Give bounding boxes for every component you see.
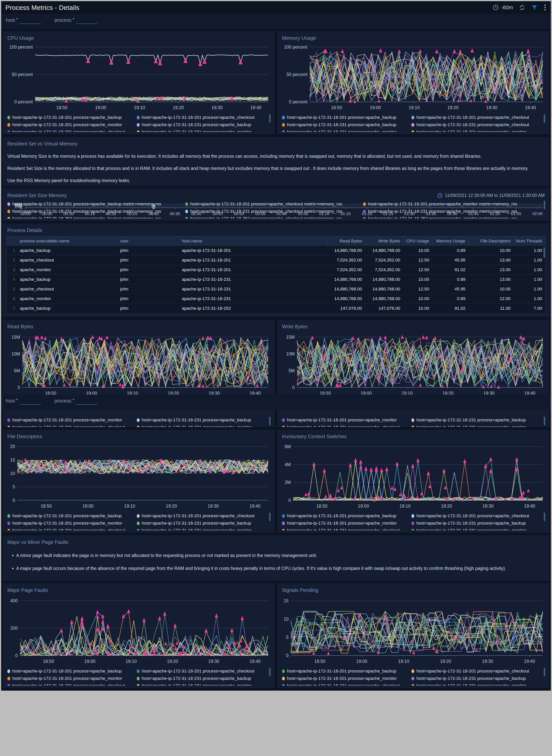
process-filter-input[interactable] (76, 398, 97, 405)
legend-scrollbar[interactable] (269, 512, 271, 521)
legend-item[interactable]: host=apache-ip-172-31-18-201 process=apa… (7, 512, 137, 519)
legend-scrollbar[interactable] (544, 512, 545, 521)
host-filter-input[interactable] (19, 17, 41, 24)
legend-item[interactable]: host=apache-ip-172-31-18-231 process=apa… (411, 121, 541, 128)
legend-item[interactable]: host=apache-ip-172-31-18-231 process=apa… (411, 675, 541, 682)
legend-scrollbar[interactable] (544, 417, 545, 425)
legend-item[interactable]: host=apache-ip-172-31-18-231 process=apa… (7, 128, 137, 132)
filter-icon[interactable] (531, 4, 538, 11)
legend-item[interactable]: host=apache-ip-172-31-18-201 process=apa… (137, 512, 266, 519)
table-row[interactable]: 4apache_backupjohnapache-ip-172-31-18-23… (6, 275, 546, 285)
column-header[interactable]: File Descriptors (469, 236, 514, 246)
legend-scrollbar[interactable] (269, 114, 271, 123)
process-filter-input[interactable] (76, 17, 97, 24)
legend-item[interactable]: host=apache-ip-172-31-18-231 process=apa… (7, 424, 137, 427)
legend-scrollbar[interactable] (269, 668, 271, 676)
legend-item[interactable]: host=apache-ip-172-31-18-201 process=apa… (282, 416, 411, 424)
legend-scrollbar[interactable] (544, 201, 545, 209)
legend-item[interactable]: host=apache-ip-172-31-18-201 process=apa… (7, 416, 137, 424)
legend-item[interactable]: host=apache-ip-172-31-18-231 process=apa… (411, 424, 541, 427)
read-bytes-chart[interactable]: 05M10M15M18:5019:0019:1019:2019:3019:40 (6, 330, 271, 398)
process-filter[interactable]: process * (54, 398, 97, 405)
legend-item[interactable]: host=apache-ip-172-31-18-201 process=apa… (411, 667, 541, 675)
legend-item[interactable]: host=apache-ip-172-31-18-201 process=apa… (7, 114, 137, 121)
legend-item[interactable]: host=apache-ip-172-31-18-231 process=apa… (7, 208, 185, 215)
column-header[interactable]: Memory Usage (433, 236, 469, 246)
legend-item[interactable]: host=apache-ip-172-31-18-231 process=apa… (282, 682, 411, 686)
signals-pending-chart[interactable]: 05101518:5019:0019:1019:2019:3019:40 (281, 594, 546, 666)
legend-item[interactable]: host=apache-ip-172-31-18-201 process=apa… (411, 512, 541, 519)
legend-item[interactable]: host=apache-ip-172-31-18-231 process=apa… (137, 675, 266, 682)
table-row[interactable]: 2apache_checkoutjohnapache-ip-172-31-18-… (6, 256, 546, 265)
legend-item[interactable]: host=apache-ip-172-31-18-201 process=apa… (282, 114, 411, 121)
signals-pending-legend[interactable]: host=apache-ip-172-31-18-201 process=apa… (281, 666, 546, 686)
legend-item[interactable]: host=apache-ip-172-31-18-252 process=apa… (185, 215, 363, 218)
read-bytes-legend[interactable]: host=apache-ip-172-31-18-201 process=apa… (6, 415, 271, 427)
table-row[interactable]: 7apache_backupjohnapache-ip-172-31-18-25… (6, 304, 546, 313)
ics-chart[interactable]: 02M4M6M18:5019:0019:1019:2019:3019:40 (281, 440, 546, 511)
legend-item[interactable]: host=apache-ip-172-31-18-231 process=apa… (363, 208, 541, 215)
legend-item[interactable]: host=apache-ip-172-31-18-231 process=apa… (137, 527, 266, 531)
legend-item[interactable]: host=apache-ip-172-31-18-231 process=apa… (137, 416, 266, 424)
column-header[interactable]: Num Threads (514, 236, 546, 246)
legend-item[interactable]: host=apache-ip-172-31-18-231 process=apa… (185, 208, 363, 215)
legend-scrollbar[interactable] (544, 114, 545, 123)
legend-item[interactable]: host=apache-ip-172-31-18-201 process=apa… (411, 128, 541, 132)
memory-usage-legend[interactable]: host=apache-ip-172-31-18-201 process=apa… (281, 112, 546, 132)
legend-item[interactable]: host=apache-ip-172-31-18-231 process=apa… (282, 121, 411, 128)
refresh-icon[interactable] (519, 4, 525, 11)
host-filter[interactable]: host * (6, 398, 41, 405)
legend-item[interactable]: host=apache-ip-172-31-18-231 process=apa… (411, 527, 541, 531)
column-header[interactable]: Write Bytes (366, 236, 404, 246)
memory-usage-chart[interactable]: 0 percent50 percent100 percent18:5019:00… (281, 41, 546, 112)
major-page-faults-chart[interactable]: 020040018:5019:0019:1019:2019:3019:40 (6, 594, 271, 666)
legend-item[interactable]: host=apache-ip-172-31-18-252 process=apa… (363, 215, 541, 218)
major-page-faults-legend[interactable]: host=apache-ip-172-31-18-201 process=apa… (6, 666, 271, 686)
host-filter[interactable]: host * (6, 17, 41, 24)
legend-item[interactable]: host=apache-ip-172-31-18-231 process=apa… (137, 424, 266, 427)
legend-item[interactable]: host=apache-ip-172-31-18-201 process=apa… (282, 675, 411, 682)
legend-item[interactable]: host=apache-ip-172-31-18-201 process=apa… (7, 200, 185, 208)
legend-item[interactable]: host=apache-ip-172-31-18-231 process=apa… (282, 527, 411, 531)
column-header[interactable]: host.name (178, 239, 327, 244)
column-header[interactable]: user (117, 239, 178, 244)
column-header[interactable]: CPU Usage (404, 236, 433, 246)
legend-item[interactable]: host=apache-ip-172-31-18-201 process=apa… (282, 512, 411, 519)
legend-item[interactable]: host=apache-ip-172-31-18-201 process=apa… (363, 200, 541, 208)
write-bytes-legend[interactable]: host=apache-ip-172-31-18-201 process=apa… (281, 415, 546, 427)
file-descriptors-legend[interactable]: host=apache-ip-172-31-18-201 process=apa… (6, 511, 271, 531)
table-row[interactable]: 5apache_checkoutjohnapache-ip-172-31-18-… (6, 285, 546, 294)
write-bytes-chart[interactable]: 05M10M15M18:5019:0019:1019:2019:3019:40 (281, 330, 546, 398)
legend-item[interactable]: host=apache-ip-172-31-18-231 process=apa… (282, 128, 411, 132)
legend-item[interactable]: host=apache-ip-172-31-18-231 process=apa… (7, 682, 137, 686)
legend-item[interactable]: host=apache-ip-172-31-18-201 process=apa… (7, 667, 137, 675)
time-range-control[interactable]: -60m (493, 4, 513, 11)
legend-item[interactable]: host=apache-ip-172-31-18-201 process=apa… (282, 667, 411, 675)
table-row[interactable]: 6apache_monitorjohnapache-ip-172-31-18-2… (6, 294, 546, 304)
cpu-usage-chart[interactable]: 0 percent50 percent100 percent18:5019:00… (6, 41, 271, 112)
legend-item[interactable]: host=apache-ip-172-31-18-231 process=apa… (411, 416, 541, 424)
legend-item[interactable]: host=apache-ip-172-31-18-201 process=apa… (411, 114, 541, 121)
cpu-usage-legend[interactable]: host=apache-ip-172-31-18-201 process=apa… (6, 112, 271, 132)
column-header[interactable]: process.executable.name (16, 239, 117, 244)
legend-scrollbar[interactable] (269, 417, 271, 425)
legend-item[interactable]: host=apache-ip-172-31-18-201 process=apa… (137, 667, 266, 675)
legend-item[interactable]: host=apache-ip-172-31-18-231 process=apa… (411, 682, 541, 686)
rss-memory-legend[interactable]: host=apache-ip-172-31-18-201 process=apa… (6, 199, 546, 218)
legend-item[interactable]: host=apache-ip-172-31-18-201 process=apa… (7, 675, 137, 682)
legend-item[interactable]: host=apache-ip-172-31-18-201 process=apa… (282, 519, 411, 527)
legend-item[interactable]: host=apache-ip-172-31-18-231 process=apa… (137, 121, 266, 128)
legend-item[interactable]: host=apache-ip-172-31-18-231 process=apa… (137, 682, 266, 686)
host-filter-input[interactable] (19, 398, 41, 405)
legend-item[interactable]: host=apache-ip-172-31-18-231 process=apa… (411, 519, 541, 527)
legend-item[interactable]: host=apache-ip-172-31-18-201 process=apa… (185, 200, 363, 208)
legend-item[interactable]: host=apache-ip-172-31-18-231 process=apa… (137, 128, 266, 132)
process-filter[interactable]: process * (54, 17, 97, 24)
legend-item[interactable]: host=apache-ip-172-31-18-231 process=apa… (7, 527, 137, 531)
table-row[interactable]: 1apache_backupjohnapache-ip-172-31-18-20… (6, 246, 546, 256)
legend-scrollbar[interactable] (544, 668, 545, 676)
legend-item[interactable]: host=apache-ip-172-31-18-201 process=apa… (137, 114, 266, 121)
legend-item[interactable]: host=apache-ip-172-31-18-201 process=apa… (7, 519, 137, 527)
ics-legend[interactable]: host=apache-ip-172-31-18-201 process=apa… (281, 511, 546, 531)
kebab-menu-icon[interactable] (544, 4, 547, 11)
